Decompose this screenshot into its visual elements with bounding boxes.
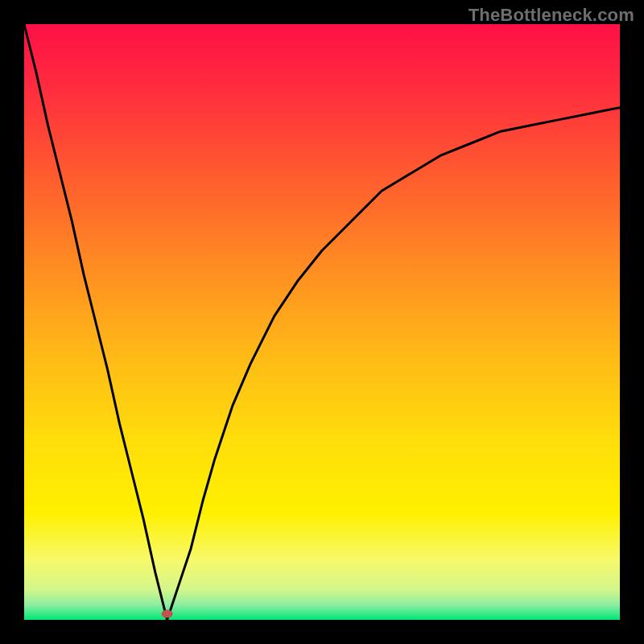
plot-area: [24, 24, 620, 620]
curve-minimum-marker: [162, 610, 173, 618]
watermark-text: TheBottleneck.com: [469, 5, 634, 26]
chart-frame: TheBottleneck.com: [0, 0, 644, 644]
plot-svg: [24, 24, 620, 620]
gradient-background: [24, 24, 620, 620]
